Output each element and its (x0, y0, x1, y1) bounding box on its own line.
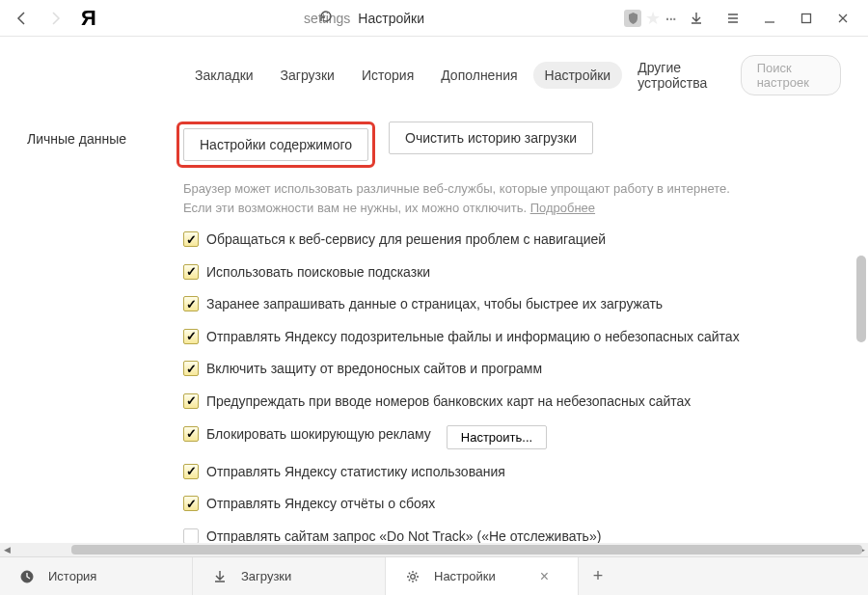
checkbox-row: Заранее запрашивать данные о страницах, … (183, 295, 841, 314)
content-settings-button[interactable]: Настройки содержимого (183, 128, 368, 161)
checkbox-row: Отправлять Яндексу подозрительные файлы … (183, 328, 841, 347)
gear-icon (405, 569, 420, 584)
reload-icon[interactable] (318, 9, 334, 28)
close-window-button[interactable] (826, 4, 860, 33)
checkbox-row: Блокировать шокирующую рекламуНастроить.… (183, 425, 841, 449)
checkbox[interactable] (183, 329, 199, 344)
checkbox[interactable] (183, 393, 199, 409)
tab-downloads[interactable]: Загрузки (193, 557, 386, 595)
vertical-scroll-thumb[interactable] (856, 256, 866, 342)
checkbox-row: Предупреждать при вводе номеров банковск… (183, 392, 841, 412)
clock-icon (19, 569, 35, 584)
tab-history[interactable]: История (0, 557, 193, 595)
nav-other-devices[interactable]: Другие устройства (626, 54, 736, 96)
nav-downloads[interactable]: Загрузки (269, 62, 346, 89)
checkbox[interactable] (183, 426, 199, 442)
checkbox-row: Отправлять Яндексу отчёты о сбоях (183, 495, 841, 514)
checkbox-label: Заранее запрашивать данные о страницах, … (206, 295, 663, 314)
nav-extensions[interactable]: Дополнения (429, 62, 529, 89)
scroll-left-arrow[interactable]: ◀ (0, 543, 14, 556)
address-title: Настройки (358, 11, 424, 26)
highlighted-box: Настройки содержимого (176, 122, 375, 168)
tab-label: Загрузки (241, 569, 291, 583)
bookmark-star-icon[interactable]: ★ (645, 8, 661, 29)
tab-settings[interactable]: Настройки × (386, 557, 579, 595)
minimize-button[interactable] (752, 4, 787, 33)
checkbox-label: Отправлять Яндексу статистику использова… (206, 463, 505, 482)
checkbox-label: Включить защиту от вредоносных сайтов и … (206, 360, 542, 379)
settings-content: Личные данные Настройки содержимого Очис… (0, 108, 868, 546)
tab-label: История (48, 569, 96, 583)
tab-bar: История Загрузки Настройки × + (0, 556, 868, 595)
checkbox-label: Отправлять Яндексу отчёты о сбоях (206, 495, 435, 514)
clear-history-button[interactable]: Очистить историю загрузки (389, 122, 593, 154)
hint-line-1: Браузер может использовать различные веб… (183, 181, 730, 196)
checkbox[interactable] (183, 361, 199, 376)
browser-chrome-bar: Я settings Настройки ★ ··· (0, 0, 868, 37)
more-icon[interactable]: ··· (665, 7, 675, 29)
configure-button[interactable]: Настроить... (447, 425, 547, 449)
back-button[interactable] (8, 4, 37, 33)
checkbox-row: Использовать поисковые подсказки (183, 263, 841, 283)
downloads-icon[interactable] (679, 4, 714, 33)
checkbox[interactable] (183, 264, 199, 280)
horizontal-scroll-thumb[interactable] (71, 545, 862, 554)
checkbox-row: Обращаться к веб-сервису для решения про… (183, 230, 841, 250)
shield-icon[interactable] (624, 10, 641, 27)
checkbox-row: Включить защиту от вредоносных сайтов и … (183, 360, 841, 379)
settings-nav: Закладки Загрузки История Дополнения Нас… (0, 37, 868, 108)
checkbox[interactable] (183, 296, 199, 311)
section-title: Личные данные (27, 122, 183, 546)
checkbox-label: Отправлять Яндексу подозрительные файлы … (206, 328, 740, 347)
learn-more-link[interactable]: Подробнее (530, 201, 595, 215)
forward-button[interactable] (41, 4, 69, 33)
checkbox-list: Обращаться к веб-сервису для решения про… (183, 230, 841, 546)
hint-line-2: Если эти возможности вам не нужны, их мо… (183, 201, 530, 215)
checkbox-label: Обращаться к веб-сервису для решения про… (206, 230, 606, 250)
checkbox[interactable] (183, 528, 199, 544)
svg-point-2 (411, 574, 416, 579)
checkbox-label: Использовать поисковые подсказки (206, 263, 430, 283)
checkbox[interactable] (183, 464, 199, 479)
checkbox-row: Отправлять Яндексу статистику использова… (183, 463, 841, 482)
checkbox-label: Блокировать шокирующую рекламу (206, 425, 431, 445)
settings-search-input[interactable]: Поиск настроек (741, 55, 841, 95)
checkbox[interactable] (183, 496, 199, 511)
vertical-scrollbar[interactable] (854, 39, 866, 550)
maximize-button[interactable] (789, 4, 824, 33)
menu-icon[interactable] (716, 4, 750, 33)
close-tab-icon[interactable]: × (540, 568, 549, 585)
address-bar[interactable]: settings Настройки (108, 11, 621, 26)
download-icon (212, 569, 228, 584)
tab-label: Настройки (434, 569, 496, 583)
hint-text: Браузер может использовать различные веб… (183, 179, 841, 217)
nav-bookmarks[interactable]: Закладки (183, 62, 265, 89)
svg-rect-0 (802, 14, 811, 22)
checkbox[interactable] (183, 231, 199, 247)
yandex-logo[interactable]: Я (73, 6, 104, 31)
new-tab-button[interactable]: + (579, 557, 617, 595)
horizontal-scrollbar[interactable]: ◀ ▶ (0, 543, 868, 556)
checkbox-label: Предупреждать при вводе номеров банковск… (206, 392, 691, 412)
nav-settings[interactable]: Настройки (533, 62, 623, 89)
nav-history[interactable]: История (350, 62, 425, 89)
